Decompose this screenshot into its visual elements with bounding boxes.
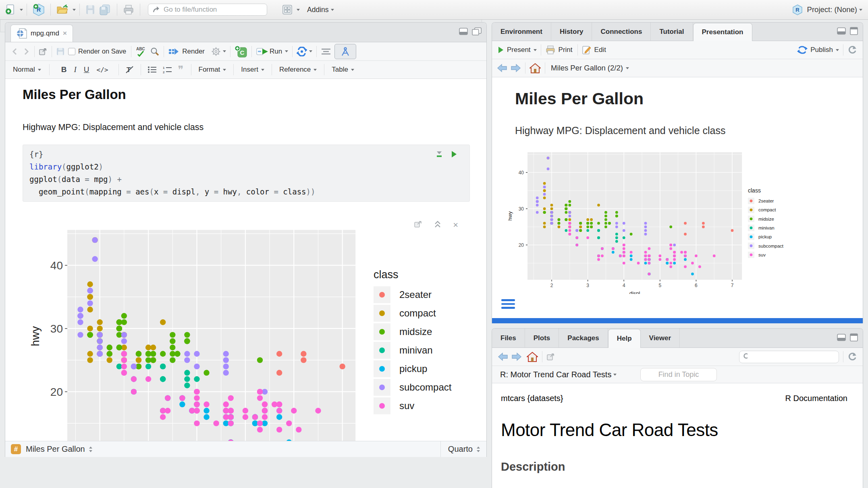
insert-chunk-button[interactable]: C [235,45,247,58]
file-type-label[interactable]: Quarto [448,445,473,454]
popout-help-icon[interactable] [546,353,555,361]
tab-packages[interactable]: Packages [559,329,608,347]
help-search-box[interactable] [739,351,839,363]
save-button[interactable] [83,2,97,18]
outline-updown-icon[interactable] [88,446,93,453]
slide-home-icon[interactable] [530,63,541,73]
format-menu[interactable]: Format [199,66,220,74]
minimize-pane-icon[interactable] [837,27,846,36]
publish-dropdown[interactable] [836,49,839,51]
help-back-icon[interactable] [498,352,508,361]
new-file-dropdown[interactable] [20,9,23,11]
pane-focus-divider[interactable] [492,318,863,323]
help-search-input[interactable] [750,353,835,361]
run-dropdown[interactable] [285,50,288,52]
settings-gear-icon[interactable] [211,47,221,56]
edit-button[interactable]: Edit [594,46,606,54]
slide-title-dropdown[interactable] [626,67,629,69]
maximize-pane-icon[interactable] [850,333,858,343]
minimize-pane-icon[interactable] [459,28,468,37]
tab-presentation[interactable]: Presentation [693,23,752,41]
rerun-icon[interactable] [297,47,307,56]
present-dropdown[interactable] [534,49,537,51]
paragraph-style-dropdown[interactable] [38,69,41,71]
back-icon[interactable] [11,48,19,56]
reference-menu[interactable]: Reference [279,66,311,74]
help-document[interactable]: mtcars {datasets} R Documentation Motor … [492,383,863,488]
minimize-pane-icon[interactable] [837,334,846,343]
blockquote-icon[interactable]: ❞ [178,64,184,76]
tab-tutorial[interactable]: Tutorial [651,23,693,41]
code-format-button[interactable]: </> [93,66,112,74]
print-button[interactable]: Print [559,46,573,54]
tab-help[interactable]: Help [608,329,641,348]
new-project-button[interactable]: R [31,2,47,18]
present-button[interactable]: Present [507,46,531,54]
tab-connections[interactable]: Connections [592,23,651,41]
new-file-button[interactable] [3,2,18,18]
run-button[interactable]: Run [270,48,282,56]
run-chunk-icon[interactable] [451,151,457,159]
refresh-presentation-icon[interactable] [847,45,857,55]
search-doc-icon[interactable] [150,47,160,56]
render-button[interactable]: Render [182,48,205,56]
filetype-updown-icon[interactable] [476,446,481,453]
popout-editor-icon[interactable] [39,48,48,56]
italic-button[interactable]: I [71,65,80,74]
save-all-button[interactable] [97,2,113,18]
open-file-dropdown[interactable] [73,9,76,11]
project-menu[interactable]: Project: (None) [807,5,857,14]
render-settings-dropdown[interactable] [223,50,226,52]
clear-formatting-icon[interactable]: T [125,66,134,74]
open-file-button[interactable] [54,2,71,18]
slide-menu-icon[interactable] [501,299,515,311]
visual-editor-toggle[interactable] [334,44,356,59]
bullet-list-icon[interactable] [147,66,157,74]
r-code-chunk[interactable]: {r}library(ggplot2)ggplot(data = mpg) + … [23,145,470,202]
table-menu[interactable]: Table [332,66,348,74]
help-topic-title[interactable]: R: Motor Trend Car Road Tests [500,370,611,379]
tab-plots[interactable]: Plots [525,329,559,347]
reference-dropdown[interactable] [314,69,317,71]
document-canvas[interactable]: Miles Per Gallon Highway MPG: Displaceme… [5,79,486,443]
help-home-icon[interactable] [527,352,538,362]
tab-files[interactable]: Files [492,329,525,347]
numbered-list-icon[interactable]: 12 [163,66,172,74]
goto-file-search[interactable] [148,4,267,16]
render-on-save-checkbox[interactable] [68,48,75,55]
underline-button[interactable]: U [80,65,93,74]
paragraph-style-select[interactable]: Normal [13,66,35,74]
maximize-pane-icon[interactable] [472,27,482,37]
addins-dropdown[interactable] [331,9,334,11]
run-chunks-above-icon[interactable] [436,151,443,159]
rerun-dropdown[interactable] [309,50,312,52]
addins-menu[interactable]: Addins [307,6,329,14]
slide-title-menu[interactable]: Miles Per Gallon (2/2) [551,64,623,72]
editor-tab-mpg-qmd[interactable]: mpg.qmd × [10,25,73,42]
outline-location[interactable]: Miles Per Gallon [26,445,85,454]
slide-back-icon[interactable] [497,64,507,72]
help-forward-icon[interactable] [511,352,522,361]
insert-dropdown[interactable] [261,69,264,71]
tab-environment[interactable]: Environment [492,23,551,41]
maximize-pane-icon[interactable] [850,27,858,37]
find-in-topic-input[interactable] [640,368,717,381]
save-doc-icon[interactable] [56,47,65,56]
tab-history[interactable]: History [551,23,592,41]
table-dropdown[interactable] [351,69,354,71]
pane-layout-dropdown[interactable] [297,9,300,11]
bold-button[interactable]: B [58,65,71,74]
project-dropdown[interactable] [859,9,862,11]
print-button[interactable] [121,2,136,18]
spellcheck-icon[interactable]: ABC [135,46,146,57]
presentation-preview[interactable]: Miles Per Gallon Highway MPG: Displaceme… [492,77,863,320]
tab-viewer[interactable]: Viewer [641,329,680,347]
help-topic-dropdown[interactable] [613,374,617,376]
format-dropdown[interactable] [223,69,226,71]
forward-icon[interactable] [22,48,30,56]
refresh-help-icon[interactable] [847,352,857,362]
outline-toggle-icon[interactable] [321,48,331,56]
goto-file-input[interactable] [163,5,263,14]
pane-layout-button[interactable] [280,2,295,18]
tab-close-icon[interactable]: × [63,29,67,37]
